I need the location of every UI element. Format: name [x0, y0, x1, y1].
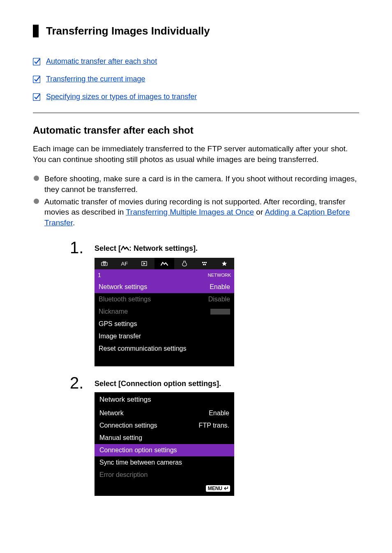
cam-tab-camera — [95, 258, 115, 269]
step-text-prefix: Select [ — [95, 244, 121, 252]
link-transfer-multiple[interactable]: Transferring Multiple Images at Once — [126, 208, 254, 216]
menu-row-error-desc: Error description — [95, 469, 234, 481]
return-icon — [223, 486, 228, 491]
bullet-text-suffix: . — [73, 218, 75, 227]
toc-item: Automatic transfer after each shot — [33, 57, 359, 66]
menu-back-button: MENU — [206, 485, 230, 492]
cam-page-number: 1 — [98, 272, 101, 278]
cam-tab-playback — [134, 258, 154, 269]
step-1: 1. Select [: Network settings]. AF 1 NET… — [70, 238, 359, 366]
menu-value: FTP trans. — [199, 422, 229, 429]
step-text-suffix: : Network settings]. — [129, 244, 198, 252]
svg-rect-11 — [205, 264, 206, 265]
bullet-icon — [34, 199, 39, 204]
menu-label: GPS settings — [99, 320, 137, 328]
menu-row-nickname: Nickname — [95, 305, 234, 318]
cam-tab-af: AF — [115, 258, 135, 269]
cam-tab-setup — [174, 258, 194, 269]
toc-item: Transferring the current image — [33, 75, 359, 83]
section-heading: Automatic transfer after each shot — [33, 125, 359, 136]
bullet-text: Before shooting, make sure a card is in … — [44, 174, 357, 194]
svg-point-4 — [104, 263, 106, 265]
menu-label: Nickname — [99, 308, 128, 315]
step-instruction: Select [: Network settings]. — [95, 244, 359, 254]
menu-label: Connection option settings — [99, 447, 177, 454]
menu-label: Bluetooth settings — [99, 296, 151, 303]
steps-container: 1. Select [: Network settings]. AF 1 NET… — [70, 238, 359, 496]
menu-label: Reset communication settings — [99, 345, 186, 352]
menu-label: Manual setting — [99, 434, 142, 442]
bullet-item: Before shooting, make sure a card is in … — [33, 174, 359, 194]
cam-page-label: NETWORK — [208, 273, 231, 278]
menu-label: MENU — [208, 486, 222, 491]
cam-footer-spacer — [95, 355, 234, 366]
bullet-icon — [34, 176, 39, 181]
menu-row-conn-settings: Connection settings FTP trans. — [95, 419, 234, 432]
page-title-container: Transferring Images Individually — [33, 25, 359, 37]
menu-label: Image transfer — [99, 333, 141, 340]
step-content: Select [Connection option settings]. Net… — [95, 374, 359, 496]
page-title: Transferring Images Individually — [46, 25, 359, 37]
bullet-list: Before shooting, make sure a card is in … — [33, 174, 359, 228]
menu-row-network-settings: Network settings Enable — [95, 281, 234, 293]
camera-screenshot-2: Network settings Network Enable Connecti… — [95, 392, 234, 496]
network-icon — [121, 245, 129, 254]
menu-row-conn-option: Connection option settings — [95, 444, 234, 456]
section-intro: Each image can be immediately transferre… — [33, 143, 359, 164]
menu-row-sync-time: Sync time between cameras — [95, 456, 234, 469]
menu-label: Error description — [99, 471, 148, 479]
svg-rect-9 — [205, 262, 207, 263]
cam-page-row: 1 NETWORK — [95, 269, 234, 281]
menu-label: Sync time between cameras — [99, 459, 182, 466]
svg-rect-10 — [203, 264, 204, 265]
toc-list: Automatic transfer after each shot Trans… — [33, 57, 359, 101]
cam-tab-bar: AF — [95, 258, 234, 269]
checkbox-icon — [33, 58, 40, 65]
menu-label: Network settings — [99, 283, 147, 291]
step-number: 1. — [70, 238, 95, 366]
menu-row-gps: GPS settings — [95, 318, 234, 330]
menu-row-reset-comm: Reset communication settings — [95, 342, 234, 355]
cam-screen-title: Network settings — [95, 392, 234, 407]
svg-rect-7 — [202, 262, 203, 263]
bullet-text-middle: or — [254, 208, 265, 216]
menu-value: Enable — [210, 283, 230, 291]
cam-footer: MENU — [95, 481, 234, 496]
step-number: 2. — [70, 374, 95, 496]
cam-tab-mymenu — [214, 258, 234, 269]
checkbox-icon — [33, 76, 40, 83]
bullet-item: Automatic transfer of movies during reco… — [33, 197, 359, 228]
toc-item: Specifying sizes or types of images to t… — [33, 93, 359, 101]
menu-label: Connection settings — [99, 422, 157, 429]
menu-row-bluetooth: Bluetooth settings Disable — [95, 293, 234, 305]
cam-tab-custom — [194, 258, 214, 269]
toc-link-current-image[interactable]: Transferring the current image — [46, 75, 145, 83]
step-instruction: Select [Connection option settings]. — [95, 379, 359, 388]
toc-link-sizes-types[interactable]: Specifying sizes or types of images to t… — [46, 93, 197, 101]
nickname-redacted — [210, 309, 230, 315]
svg-rect-8 — [204, 262, 205, 263]
cam-tab-network — [154, 258, 175, 269]
section-divider — [33, 113, 359, 113]
step-content: Select [: Network settings]. AF 1 NETWOR… — [95, 238, 359, 366]
menu-row-network: Network Enable — [95, 407, 234, 419]
step-2: 2. Select [Connection option settings]. … — [70, 374, 359, 496]
menu-value: Enable — [209, 410, 229, 417]
camera-screenshot-1: AF 1 NETWORK Network settings Enable Blu… — [95, 258, 234, 366]
menu-row-image-transfer: Image transfer — [95, 330, 234, 342]
menu-row-manual-setting: Manual setting — [95, 432, 234, 444]
menu-label: Network — [99, 410, 124, 417]
checkbox-icon — [33, 93, 40, 101]
menu-value: Disable — [208, 296, 230, 303]
toc-link-auto-transfer[interactable]: Automatic transfer after each shot — [46, 57, 157, 66]
